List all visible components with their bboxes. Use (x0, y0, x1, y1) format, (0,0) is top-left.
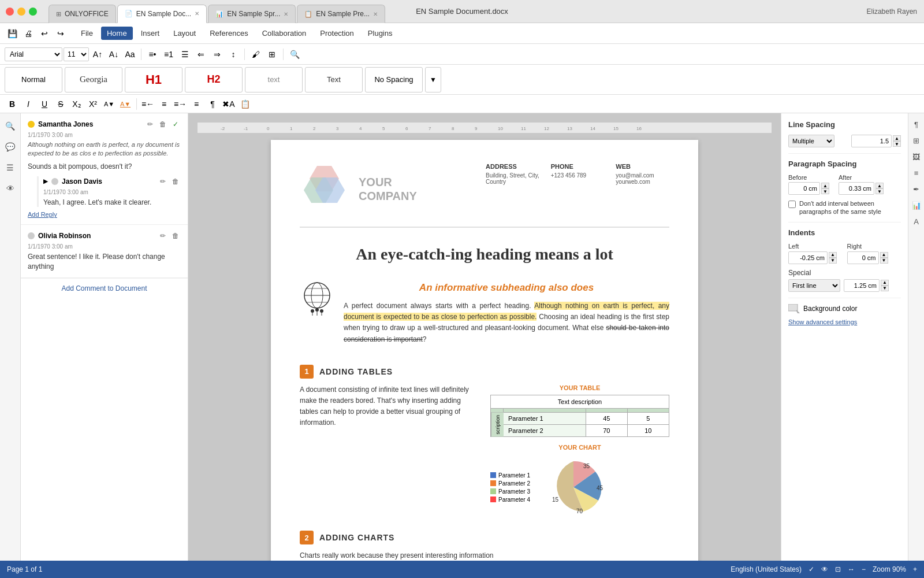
font-size-select[interactable]: 118910 12141618 (64, 47, 89, 61)
align-right-button[interactable]: ≡→ (173, 97, 188, 112)
fit-width-icon[interactable]: ↔ (848, 565, 855, 573)
find-button[interactable]: 🔍 (287, 47, 302, 62)
reply-1-delete-icon[interactable]: 🗑 (170, 176, 181, 187)
align-left-button[interactable]: ≡← (140, 97, 155, 112)
indent-left-down-button[interactable]: ▼ (829, 258, 837, 264)
tab-sample-pre-close[interactable]: ✕ (373, 11, 378, 17)
text-art-icon[interactable]: A (910, 215, 923, 228)
add-reply-link[interactable]: Add Reply (28, 211, 57, 218)
align-center-button[interactable]: ≡ (157, 97, 172, 112)
numbering-button[interactable]: ≡1 (161, 47, 176, 62)
indent-right-up-button[interactable]: ▲ (880, 252, 888, 258)
indent-right-down-button[interactable]: ▼ (880, 258, 888, 264)
chart-settings-icon[interactable]: 📊 (910, 199, 923, 212)
style-normal[interactable]: Normal (5, 67, 62, 92)
track-changes-button[interactable]: 👁 (2, 180, 18, 197)
comment-1-resolve-icon[interactable]: ✓ (170, 119, 181, 129)
add-comment-button[interactable]: Add Comment to Document (21, 278, 188, 298)
comment-1-edit-icon[interactable]: ✏ (145, 119, 155, 129)
toolbar-redo-button[interactable]: ↪ (53, 26, 68, 41)
tab-sample-doc-close[interactable]: ✕ (195, 10, 199, 17)
tab-sample-pre[interactable]: 📋 EN Sample Pre... ✕ (297, 5, 385, 23)
after-spacing-input[interactable] (839, 182, 874, 195)
style-no-spacing[interactable]: No Spacing (365, 67, 423, 92)
styles-bar-expand[interactable]: ▼ (425, 67, 441, 92)
copy-style-button[interactable]: 📋 (237, 97, 252, 112)
indent-left-up-button[interactable]: ▲ (829, 252, 837, 258)
underline-button[interactable]: U (37, 97, 52, 112)
special-indent-type-select[interactable]: First line Hanging (none) (788, 279, 840, 292)
style-georgia[interactable]: Georgia (65, 67, 122, 92)
line-spacing-button[interactable]: ↕ (226, 47, 241, 62)
show-advanced-link[interactable]: Show advanced settings (788, 318, 857, 325)
special-up-button[interactable]: ▲ (881, 280, 889, 286)
search-icon-button[interactable]: 🔍 (2, 118, 18, 134)
clear-format-button[interactable]: ✖A (221, 97, 236, 112)
bold-button[interactable]: B (5, 97, 20, 112)
increase-font-button[interactable]: A↑ (90, 47, 105, 62)
highlight-button[interactable]: 🖌 (248, 47, 263, 62)
window-maximize-button[interactable] (29, 8, 37, 16)
track-changes-status-icon[interactable]: 👁 (821, 565, 828, 573)
before-down-button[interactable]: ▼ (821, 188, 829, 194)
reply-1-edit-icon[interactable]: ✏ (158, 176, 168, 187)
after-up-button[interactable]: ▲ (875, 183, 884, 188)
style-text-upper[interactable]: Text (305, 67, 363, 92)
indent-left-input[interactable] (788, 251, 828, 264)
after-down-button[interactable]: ▼ (875, 188, 884, 194)
multilevel-button[interactable]: ☰ (177, 47, 192, 62)
header-footer-icon[interactable]: ≡ (910, 166, 923, 179)
font-family-select[interactable]: Arial Georgia Times New Roman (5, 47, 62, 61)
table-settings-icon[interactable]: ⊞ (910, 134, 923, 147)
comments-icon-button[interactable]: 💬 (2, 139, 18, 155)
superscript-button[interactable]: X² (85, 97, 100, 112)
italic-button[interactable]: I (21, 97, 36, 112)
fit-page-icon[interactable]: ⊡ (835, 565, 841, 573)
style-h2[interactable]: H2 (185, 67, 243, 92)
special-down-button[interactable]: ▼ (881, 286, 889, 291)
menu-references[interactable]: References (204, 27, 254, 40)
nav-icon-button[interactable]: ☰ (2, 160, 18, 176)
toolbar-print-button[interactable]: 🖨 (21, 26, 36, 41)
bullets-button[interactable]: ≡• (145, 47, 160, 62)
comment-1-delete-icon[interactable]: 🗑 (158, 119, 168, 129)
toolbar-undo-button[interactable]: ↩ (37, 26, 52, 41)
font-color-button[interactable]: A▼ (118, 97, 133, 112)
tab-sample-spr[interactable]: 📊 EN Sample Spr... ✕ (208, 5, 296, 23)
comment-2-delete-icon[interactable]: 🗑 (170, 231, 181, 241)
decrease-font-button[interactable]: A↓ (106, 47, 121, 62)
signature-icon[interactable]: ✒ (910, 183, 923, 195)
before-up-button[interactable]: ▲ (821, 183, 829, 188)
image-settings-icon[interactable]: 🖼 (910, 150, 923, 163)
zoom-out-button[interactable]: − (862, 565, 866, 573)
before-spacing-input[interactable] (788, 182, 820, 195)
strikethrough-button[interactable]: S (53, 97, 68, 112)
spell-check-icon[interactable]: ✓ (808, 565, 814, 573)
style-h1[interactable]: H1 (125, 67, 182, 92)
menu-protection[interactable]: Protection (314, 27, 360, 40)
menu-insert[interactable]: Insert (135, 27, 166, 40)
insert-table-button[interactable]: ⊞ (264, 47, 280, 62)
paragraph-settings-icon[interactable]: ¶ (910, 118, 923, 131)
same-style-checkbox[interactable] (788, 201, 796, 208)
increase-indent-button[interactable]: ⇒ (210, 47, 225, 62)
decrease-indent-button[interactable]: ⇐ (193, 47, 208, 62)
window-close-button[interactable] (6, 8, 14, 16)
line-spacing-up-button[interactable]: ▲ (893, 135, 901, 141)
subscript-button[interactable]: X₂ (69, 97, 84, 112)
comment-2-edit-icon[interactable]: ✏ (158, 231, 168, 241)
toolbar-save-button[interactable]: 💾 (5, 26, 20, 41)
style-text-lower[interactable]: text (245, 67, 303, 92)
window-minimize-button[interactable] (17, 8, 25, 16)
tab-sample-spr-close[interactable]: ✕ (284, 11, 288, 17)
line-spacing-down-button[interactable]: ▼ (893, 141, 901, 147)
change-case-button[interactable]: Aa (122, 47, 137, 62)
tab-sample-doc[interactable]: 📄 EN Sample Doc... ✕ (117, 5, 207, 23)
menu-home[interactable]: Home (101, 27, 133, 40)
zoom-in-button[interactable]: + (913, 565, 917, 573)
special-indent-value-input[interactable] (844, 279, 880, 292)
language-label[interactable]: English (United States) (731, 565, 802, 573)
line-spacing-type-select[interactable]: Multiple Single 1.5 lines Double (788, 135, 834, 147)
align-justify-button[interactable]: ≡ (189, 97, 204, 112)
indent-right-input[interactable] (847, 251, 879, 264)
